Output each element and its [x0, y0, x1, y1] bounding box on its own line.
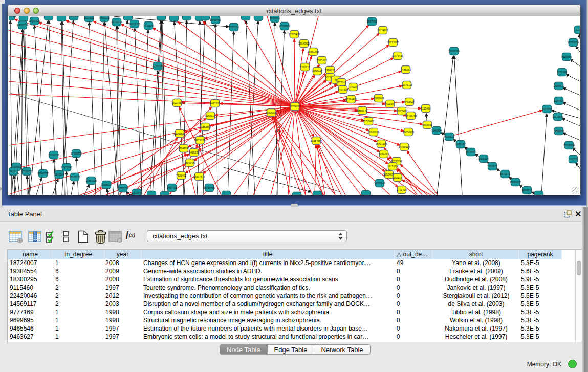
svg-text:18300295: 18300295 [266, 111, 277, 114]
svg-text:3267110: 3267110 [205, 114, 215, 117]
svg-text:2935114: 2935114 [478, 157, 488, 160]
svg-text:16154808: 16154808 [377, 29, 388, 32]
svg-text:116753: 116753 [569, 158, 578, 161]
svg-text:8417004: 8417004 [210, 102, 220, 105]
svg-text:16648784: 16648784 [448, 50, 460, 53]
svg-text:10807487: 10807487 [373, 97, 384, 100]
svg-text:10719134: 10719134 [111, 20, 122, 24]
svg-text:7515520: 7515520 [143, 24, 154, 27]
svg-text:1362615: 1362615 [300, 65, 310, 69]
svg-text:9457791: 9457791 [167, 186, 177, 189]
svg-text:18099489: 18099489 [184, 161, 195, 164]
svg-text:20053346: 20053346 [152, 64, 163, 68]
svg-text:9699695: 9699695 [422, 123, 432, 126]
svg-text:6794028: 6794028 [325, 69, 335, 72]
svg-text:74626: 74626 [350, 85, 357, 89]
svg-text:7632621: 7632621 [487, 165, 497, 168]
svg-text:16671355: 16671355 [129, 23, 140, 26]
svg-text:7625402: 7625402 [176, 174, 186, 177]
svg-text:6879197: 6879197 [455, 143, 466, 146]
svg-text:9245012: 9245012 [522, 189, 532, 192]
svg-text:18640910: 18640910 [298, 42, 310, 45]
svg-text:2687652: 2687652 [367, 20, 377, 23]
svg-text:17016504: 17016504 [563, 144, 575, 147]
svg-text:17359924: 17359924 [71, 152, 82, 155]
svg-text:7485063: 7485063 [401, 68, 411, 71]
svg-text:8678332: 8678332 [195, 139, 205, 142]
svg-text:9329966: 9329966 [561, 55, 572, 58]
svg-text:10653287: 10653287 [68, 16, 79, 18]
svg-text:252214: 252214 [394, 176, 402, 179]
svg-text:20364436: 20364436 [345, 98, 357, 101]
svg-text:16107554: 16107554 [171, 101, 183, 104]
svg-text:14055724: 14055724 [9, 16, 16, 18]
svg-text:16033809: 16033809 [210, 18, 221, 21]
svg-text:3215958: 3215958 [542, 107, 552, 111]
svg-text:16961758: 16961758 [308, 50, 319, 53]
svg-text:10688609: 10688609 [368, 130, 379, 134]
svg-text:9463627: 9463627 [404, 100, 415, 103]
svg-text:18724007: 18724007 [289, 105, 300, 108]
svg-text:12093872: 12093872 [553, 84, 564, 87]
svg-text:12923446: 12923446 [131, 191, 142, 194]
svg-text:1527602: 1527602 [84, 16, 94, 19]
svg-text:9498222: 9498222 [189, 151, 199, 154]
svg-text:19166825: 19166825 [174, 132, 185, 135]
svg-text:17046746: 17046746 [178, 147, 189, 150]
svg-text:2886372: 2886372 [357, 109, 367, 112]
svg-text:15692971: 15692971 [553, 129, 564, 133]
svg-text:1733426: 1733426 [397, 188, 407, 191]
svg-text:10210643: 10210643 [552, 115, 563, 118]
svg-text:14495758: 14495758 [405, 114, 417, 117]
svg-text:10756928: 10756928 [399, 145, 410, 148]
svg-text:14055724: 14055724 [17, 24, 28, 27]
svg-text:10654112: 10654112 [510, 181, 521, 184]
svg-text:9777169: 9777169 [336, 81, 346, 84]
svg-text:1112: 1112 [576, 28, 580, 31]
svg-text:12975115: 12975115 [401, 83, 412, 86]
svg-text:1640954: 1640954 [431, 129, 442, 132]
svg-text:16914479: 16914479 [193, 175, 205, 178]
svg-text:1615172: 1615172 [387, 165, 398, 168]
svg-text:7955812: 7955812 [317, 59, 327, 62]
svg-text:6466102: 6466102 [99, 16, 110, 19]
svg-text:15751074: 15751074 [568, 41, 579, 44]
svg-text:19218506: 19218506 [279, 25, 290, 28]
svg-text:10973493: 10973493 [392, 54, 403, 57]
svg-text:8990443: 8990443 [312, 70, 322, 73]
svg-text:10958127: 10958127 [101, 183, 112, 186]
svg-text:13325419: 13325419 [289, 33, 300, 36]
svg-text:62100: 62100 [386, 102, 394, 105]
svg-text:19654923: 19654923 [403, 130, 414, 134]
svg-text:12213967: 12213967 [387, 41, 399, 44]
svg-text:1145114: 1145114 [55, 173, 64, 176]
svg-text:12156829: 12156829 [21, 170, 32, 173]
svg-text:15720407: 15720407 [363, 120, 374, 123]
svg-text:9474444: 9474444 [466, 150, 476, 154]
svg-text:20691406: 20691406 [29, 19, 40, 23]
svg-text:20206536: 20206536 [48, 154, 59, 157]
svg-text:12942757: 12942757 [37, 172, 49, 175]
svg-text:17957225: 17957225 [85, 179, 97, 182]
svg-text:10025438: 10025438 [396, 110, 407, 113]
svg-text:13975887: 13975887 [61, 166, 72, 169]
svg-text:9684067: 9684067 [379, 152, 389, 156]
svg-text:15716485: 15716485 [204, 186, 215, 189]
svg-text:8938923: 8938923 [444, 135, 454, 138]
svg-text:1244415: 1244415 [554, 99, 564, 102]
svg-text:9115460: 9115460 [421, 107, 430, 110]
svg-text:6497508: 6497508 [338, 88, 348, 91]
svg-text:9227342: 9227342 [557, 71, 567, 74]
svg-text:7357224: 7357224 [229, 26, 239, 29]
svg-text:14150141: 14150141 [374, 182, 385, 185]
svg-text:8471676: 8471676 [500, 172, 510, 176]
svg-text:16782759: 16782759 [117, 187, 128, 190]
svg-text:18407209: 18407209 [376, 142, 387, 145]
svg-text:13353594: 13353594 [200, 125, 211, 128]
svg-text:39151: 39151 [10, 170, 17, 173]
svg-text:8813054: 8813054 [270, 17, 280, 20]
svg-text:19384554: 19384554 [311, 139, 322, 142]
svg-text:12505135: 12505135 [69, 176, 80, 179]
